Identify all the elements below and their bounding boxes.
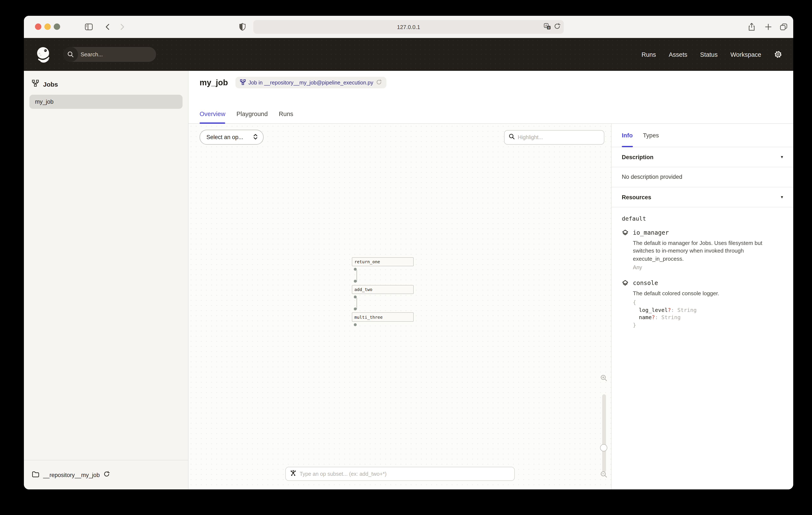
nav-runs[interactable]: Runs — [642, 51, 656, 58]
sidebar-footer: __repository__my_job — [24, 460, 188, 489]
close-window-button[interactable] — [35, 24, 41, 30]
op-node-multi-three[interactable]: multi_three — [352, 312, 414, 322]
panel-tabs: Info Types — [612, 124, 793, 147]
op-subset-graph-icon — [290, 470, 296, 478]
translate-icon[interactable]: Aa — [544, 22, 551, 31]
browser-toolbar: 127.0.0.1 Aa — [24, 16, 793, 38]
reload-icon[interactable] — [554, 23, 560, 31]
collapse-caret-icon: ▼ — [780, 195, 784, 199]
screenshot-stage: 127.0.0.1 Aa — [0, 0, 812, 515]
job-header: my_job Job in __repository__my_job@pipel… — [188, 71, 793, 124]
dagster-logo[interactable] — [35, 46, 52, 63]
op-node-return-one[interactable]: return_one — [352, 257, 414, 266]
highlight-input[interactable] — [518, 134, 600, 140]
tab-info[interactable]: Info — [622, 124, 633, 147]
resources-body: default io_manager The default io manage… — [612, 207, 793, 337]
svg-text:a: a — [548, 26, 550, 29]
highlight-search-icon — [509, 134, 515, 141]
share-icon[interactable] — [748, 23, 755, 31]
resource-console: console The default colored console logg… — [622, 280, 783, 329]
resource-config-schema: { log_level?: String name?: String } — [633, 299, 719, 329]
global-search[interactable]: / — [63, 47, 156, 62]
op-node-add-two[interactable]: add_two — [352, 285, 414, 294]
repository-label[interactable]: __repository__my_job — [43, 472, 100, 478]
op-subset-box[interactable] — [285, 467, 515, 481]
job-icon — [240, 79, 245, 86]
sidebar-toggle-icon[interactable] — [85, 23, 93, 30]
url-text: 127.0.0.1 — [397, 24, 420, 30]
settings-gear-icon[interactable] — [774, 50, 782, 58]
highlight-search[interactable] — [504, 130, 604, 145]
resource-type: Any — [633, 265, 779, 271]
resource-description: The default colored console logger. — [633, 290, 719, 298]
privacy-shield-icon[interactable] — [239, 23, 245, 31]
resource-name: console — [633, 280, 719, 287]
description-section-header[interactable]: Description ▼ — [612, 147, 793, 167]
back-icon[interactable] — [105, 24, 110, 30]
zoom-out-icon[interactable] — [601, 471, 607, 478]
svg-text:A: A — [545, 24, 547, 27]
search-icon — [63, 47, 78, 62]
tab-runs[interactable]: Runs — [279, 105, 293, 123]
resource-icon — [622, 280, 629, 329]
description-body: No description provided — [612, 167, 793, 187]
tab-playground[interactable]: Playground — [236, 105, 268, 123]
zoom-slider-track[interactable] — [602, 394, 606, 472]
job-tabs: Overview Playground Runs — [200, 105, 293, 123]
zoom-slider-thumb[interactable] — [600, 444, 607, 452]
info-panel: Info Types Description ▼ No description … — [612, 124, 793, 489]
forward-icon[interactable] — [120, 24, 125, 30]
resource-io-manager: io_manager The default io manager for Jo… — [622, 229, 783, 271]
new-tab-icon[interactable] — [765, 24, 772, 30]
jobs-sidebar: Jobs my_job __repository__my_job — [24, 71, 188, 489]
zoom-window-button[interactable] — [54, 24, 60, 30]
description-title: Description — [622, 154, 654, 160]
browser-window: 127.0.0.1 Aa — [24, 16, 793, 489]
resources-section-header[interactable]: Resources ▼ — [612, 187, 793, 207]
resource-icon — [622, 229, 629, 271]
page-title: my_job — [200, 78, 228, 87]
op-graph-canvas[interactable]: Select an op... — [188, 124, 612, 489]
tab-overview-icon[interactable] — [780, 23, 788, 31]
address-bar[interactable]: 127.0.0.1 Aa — [253, 20, 564, 34]
collapse-caret-icon: ▼ — [780, 155, 784, 159]
job-origin-badge: Job in __repository__my_job@pipeline_exe… — [235, 77, 386, 88]
tab-overview[interactable]: Overview — [200, 105, 225, 123]
select-op-label: Select an op... — [206, 134, 243, 140]
badge-reload-icon[interactable] — [376, 79, 382, 86]
op-subset-input[interactable] — [299, 471, 510, 477]
jobs-icon — [32, 80, 39, 88]
app-header: / Runs Assets Status Workspace — [24, 38, 793, 71]
sidebar-item-my-job[interactable]: my_job — [29, 95, 182, 109]
search-input[interactable] — [78, 51, 156, 58]
nav-assets[interactable]: Assets — [669, 51, 687, 58]
job-origin-link[interactable]: Job in __repository__my_job@pipeline_exe… — [249, 80, 373, 85]
zoom-in-icon[interactable] — [601, 375, 607, 381]
select-op-dropdown[interactable]: Select an op... — [200, 130, 264, 145]
minimize-window-button[interactable] — [45, 24, 51, 30]
nav-workspace[interactable]: Workspace — [730, 51, 761, 58]
chevron-updown-icon — [253, 133, 258, 141]
top-nav: Runs Assets Status Workspace — [642, 51, 761, 58]
nav-status[interactable]: Status — [700, 51, 718, 58]
resource-name: io_manager — [633, 229, 779, 236]
sidebar-title: Jobs — [43, 80, 58, 88]
resource-description: The default io manager for Jobs. Uses fi… — [633, 239, 779, 263]
resources-title: Resources — [622, 194, 651, 200]
resource-group-name: default — [622, 215, 783, 222]
tab-types[interactable]: Types — [643, 124, 659, 147]
repository-reload-icon[interactable] — [104, 471, 110, 479]
folder-icon — [32, 471, 39, 479]
op-dag: return_one add_two multi_three — [352, 257, 420, 330]
